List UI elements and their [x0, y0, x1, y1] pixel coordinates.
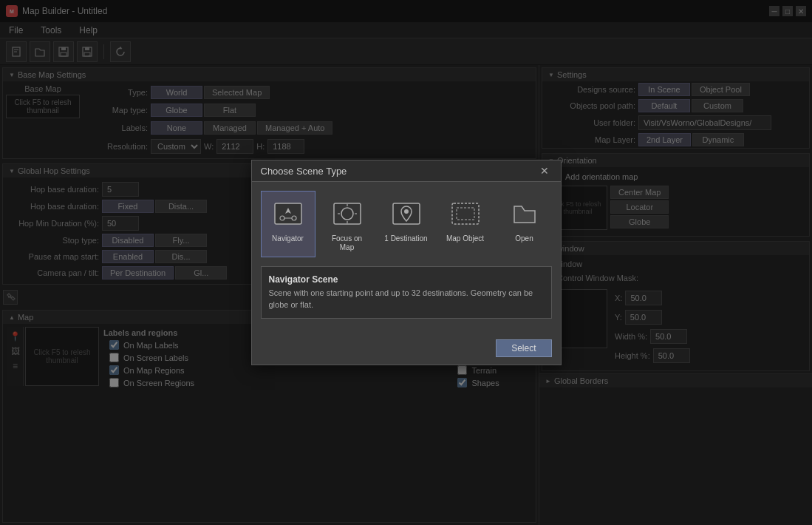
svg-rect-24	[452, 203, 479, 224]
dialog-header: Choose Scene Type ✕	[252, 160, 561, 182]
dialog-close-button[interactable]: ✕	[537, 165, 552, 177]
scene-types-container: Navigator Focus on Map	[261, 191, 552, 257]
dialog-body: Navigator Focus on Map	[252, 182, 561, 335]
dialog-footer: Select	[252, 335, 561, 365]
scene-type-focus-on-map[interactable]: Focus on Map	[320, 191, 375, 257]
scene-desc-title: Navigator Scene	[269, 274, 544, 285]
scene-type-open[interactable]: Open	[497, 191, 552, 257]
navigator-label: Navigator	[272, 234, 304, 243]
map-object-icon	[448, 196, 483, 231]
select-button[interactable]: Select	[496, 339, 551, 357]
scene-type-navigator[interactable]: Navigator	[261, 191, 315, 257]
open-label: Open	[515, 234, 533, 243]
choose-scene-dialog: Choose Scene Type ✕	[251, 160, 562, 365]
scene-desc-text: Scene with one starting point and up to …	[269, 288, 544, 311]
scene-description: Navigator Scene Scene with one starting …	[261, 266, 552, 319]
svg-rect-12	[275, 203, 301, 224]
svg-point-23	[404, 209, 409, 214]
focus-on-map-label: Focus on Map	[325, 234, 369, 252]
open-icon	[507, 196, 542, 231]
one-destination-icon	[389, 196, 424, 231]
modal-backdrop: Choose Scene Type ✕	[0, 0, 812, 525]
dialog-title: Choose Scene Type	[261, 166, 347, 177]
one-destination-label: 1 Destination	[384, 234, 427, 243]
focus-on-map-icon	[330, 196, 365, 231]
scene-type-1-destination[interactable]: 1 Destination	[379, 191, 434, 257]
map-object-label: Map Object	[446, 234, 484, 243]
navigator-icon	[270, 196, 306, 231]
scene-type-map-object[interactable]: Map Object	[438, 191, 493, 257]
